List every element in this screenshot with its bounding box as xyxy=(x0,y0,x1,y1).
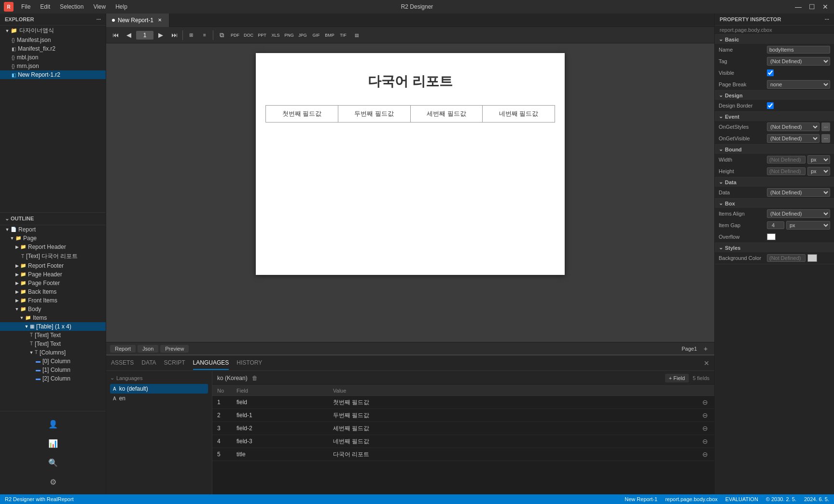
next-page-button[interactable]: ▶ xyxy=(154,29,167,41)
sidebar-folder[interactable]: ▼ 📁 다자이너앱식 xyxy=(0,26,106,36)
add-page-button[interactable]: + xyxy=(701,344,710,354)
sidebar-item-mbl-json[interactable]: {} mbl.json xyxy=(0,53,106,62)
sidebar-item-manifest-fix[interactable]: ◧ Manifest_fix.r2 xyxy=(0,44,106,53)
prop-width-unit[interactable]: px xyxy=(807,155,830,164)
menu-file[interactable]: File xyxy=(17,2,34,11)
tab-assets[interactable]: ASSETS xyxy=(111,356,134,370)
prop-section-design-title[interactable]: ⌄ Design xyxy=(715,91,834,100)
export-jpg-button[interactable]: JPG xyxy=(296,29,309,41)
report-icon-btn[interactable]: 📊 xyxy=(44,435,62,452)
prop-width-input[interactable] xyxy=(767,156,806,163)
outline-report-header[interactable]: ▶ 📁 Report Header xyxy=(0,243,106,251)
outline-text-title[interactable]: T [Text] 다국어 리포트 xyxy=(0,251,106,261)
prev-page-button[interactable]: ◀ xyxy=(123,29,135,41)
prop-ongetvisible-dots[interactable]: ··· xyxy=(821,134,830,143)
prop-section-bound-title[interactable]: ⌄ Bound xyxy=(715,145,834,154)
menu-view[interactable]: View xyxy=(89,2,110,11)
delete-field-0[interactable]: ⊖ xyxy=(701,398,709,407)
prop-height-input[interactable] xyxy=(767,167,806,175)
prop-name-input[interactable] xyxy=(767,46,830,54)
prop-item-gap-input[interactable] xyxy=(767,221,784,229)
sidebar-item-manifest-json[interactable]: {} Manifest.json xyxy=(0,36,106,44)
lang-item-en[interactable]: A en xyxy=(110,394,208,403)
outline-front-items[interactable]: ▶ 📁 Front Items xyxy=(0,296,106,305)
canvas-area[interactable]: 다국어 리포트 첫번째 필드값 두번째 필드값 세번째 필드값 네번째 필드값 xyxy=(106,43,714,342)
first-page-button[interactable]: ⏮ xyxy=(109,29,122,41)
outline-page-header[interactable]: ▶ 📁 Page Header xyxy=(0,270,106,279)
export-gif-button[interactable]: GIF xyxy=(310,29,322,41)
outline-text-1[interactable]: T [Text] Text xyxy=(0,340,106,348)
menu-edit[interactable]: Edit xyxy=(36,2,54,11)
bottom-panel-close[interactable]: ✕ xyxy=(704,359,709,367)
menu-selection[interactable]: Selection xyxy=(56,2,87,11)
minimize-button[interactable]: — xyxy=(793,2,803,12)
sidebar-item-mrn-json[interactable]: {} mrn.json xyxy=(0,62,106,70)
outline-report[interactable]: ▼ 📄 Report xyxy=(0,225,106,234)
export-pdf-button[interactable]: PDF xyxy=(229,29,241,41)
tab-close-button[interactable]: ✕ xyxy=(156,17,163,24)
fit-button[interactable]: ≡ xyxy=(198,29,211,41)
last-page-button[interactable]: ⏭ xyxy=(168,29,181,41)
outline-page-footer[interactable]: ▶ 📁 Page Footer xyxy=(0,279,106,287)
delete-field-3[interactable]: ⊖ xyxy=(701,437,709,446)
outline-columns[interactable]: ▼ T [Columns] xyxy=(0,348,106,357)
export-png-button[interactable]: PNG xyxy=(283,29,295,41)
prop-ongetstyles-dots[interactable]: ··· xyxy=(821,123,830,131)
tab-history[interactable]: HISTORY xyxy=(236,356,262,370)
delete-field-2[interactable]: ⊖ xyxy=(701,424,709,433)
delete-field-4[interactable]: ⊖ xyxy=(701,450,709,459)
prop-tag-select[interactable]: (Not Defined) xyxy=(767,57,830,66)
export-doc-button[interactable]: DOC xyxy=(242,29,255,41)
user-icon-btn[interactable]: 👤 xyxy=(44,415,62,433)
prop-height-unit[interactable]: px xyxy=(807,167,830,176)
preview-button[interactable]: ▤ xyxy=(350,29,363,41)
add-field-button[interactable]: + Field xyxy=(665,374,689,382)
delete-lang-icon[interactable]: 🗑 xyxy=(252,375,258,381)
prop-bg-color-input[interactable] xyxy=(767,254,806,262)
prop-item-gap-unit[interactable]: px xyxy=(786,221,830,230)
prop-data-select[interactable]: (Not Defined) xyxy=(767,188,830,197)
prop-section-data-title[interactable]: ⌄ Data xyxy=(715,177,834,187)
sidebar-item-new-report[interactable]: ◧ New Report-1.r2 xyxy=(0,70,106,79)
prop-page-break-select[interactable]: none xyxy=(767,80,830,89)
export-xls-button[interactable]: XLS xyxy=(269,29,282,41)
outline-back-items[interactable]: ▶ 📁 Back Items xyxy=(0,287,106,296)
outline-col-1[interactable]: ▬ [1] Column xyxy=(0,366,106,374)
outline-text-0[interactable]: T [Text] Text xyxy=(0,331,106,340)
prop-ongetstyles-select[interactable]: (Not Defined) xyxy=(767,123,820,131)
menu-help[interactable]: Help xyxy=(111,2,131,11)
prop-visible-checkbox[interactable] xyxy=(767,69,774,76)
outline-col-0[interactable]: ▬ [0] Column xyxy=(0,357,106,366)
explorer-menu-icon[interactable]: ··· xyxy=(97,16,101,22)
outline-page[interactable]: ▼ 📁 Page xyxy=(0,234,106,243)
export-tif-button[interactable]: TIF xyxy=(337,29,349,41)
export-bmp-button[interactable]: BMP xyxy=(323,29,336,41)
prop-section-event-title[interactable]: ⌄ Event xyxy=(715,112,834,121)
export-ppt-button[interactable]: PPT xyxy=(256,29,268,41)
prop-design-border-checkbox[interactable] xyxy=(767,102,774,109)
delete-field-1[interactable]: ⊖ xyxy=(701,411,709,420)
prop-section-styles-title[interactable]: ⌄ Styles xyxy=(715,243,834,252)
zoom-out-button[interactable]: ⊞ xyxy=(185,29,197,41)
prop-ongetvisible-select[interactable]: (Not Defined) xyxy=(767,134,820,143)
report-tab[interactable]: Report xyxy=(110,345,136,353)
preview-tab[interactable]: Preview xyxy=(160,345,189,353)
close-button[interactable]: ✕ xyxy=(820,2,830,12)
tab-new-report[interactable]: New Report-1 ✕ xyxy=(106,14,169,27)
outline-report-footer[interactable]: ▶ 📁 Report Footer xyxy=(0,261,106,270)
page-number-input[interactable] xyxy=(136,31,153,40)
outline-table[interactable]: ▼ ▦ [Table] (1 x 4) xyxy=(0,322,106,331)
maximize-button[interactable]: ☐ xyxy=(807,2,817,12)
search-icon-btn[interactable]: 🔍 xyxy=(44,454,62,471)
outline-items[interactable]: ▼ 📁 Items xyxy=(0,313,106,322)
prop-bg-color-picker[interactable] xyxy=(807,254,817,262)
json-tab[interactable]: Json xyxy=(138,345,158,353)
tab-script[interactable]: SCRIPT xyxy=(164,356,185,370)
settings-icon-btn[interactable]: ⚙ xyxy=(44,473,62,490)
prop-section-box-title[interactable]: ⌄ Box xyxy=(715,199,834,208)
prop-menu-icon[interactable]: ··· xyxy=(825,16,829,22)
tab-languages[interactable]: LANGUAGES xyxy=(193,356,229,370)
tab-data[interactable]: DATA xyxy=(141,356,156,370)
prop-section-basic-title[interactable]: ⌄ Basic xyxy=(715,35,834,44)
outline-col-2[interactable]: ▬ [2] Column xyxy=(0,374,106,383)
